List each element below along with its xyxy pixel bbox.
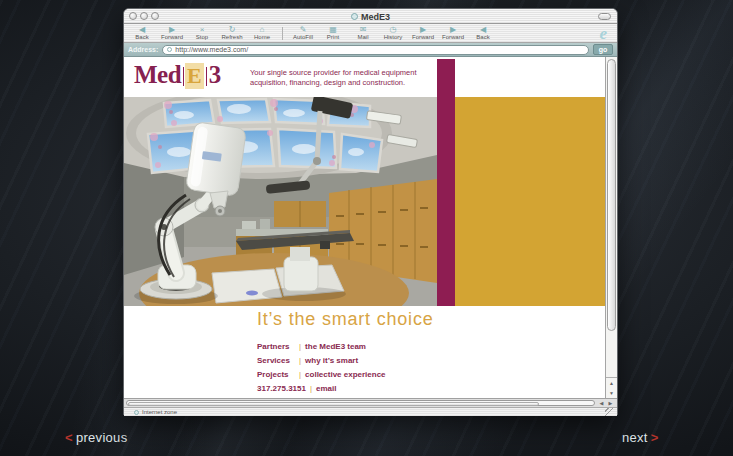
- toolbar-button-label: AutoFill: [293, 34, 313, 41]
- toolbar-home-button[interactable]: ⌂Home: [250, 24, 274, 42]
- toolbar-back-button[interactable]: ◀Back: [130, 24, 154, 42]
- scroll-right-icon[interactable]: ▶: [609, 400, 613, 406]
- mail-icon: ✉: [360, 26, 367, 34]
- forward-icon: ▶: [450, 26, 456, 34]
- browser-toolbar: ◀Back ▶Forward ×Stop ↻Refresh ⌂Home ✎Aut…: [124, 24, 617, 43]
- history-icon: ◷: [390, 26, 397, 34]
- go-button[interactable]: go: [593, 44, 613, 55]
- browser-window: MedE3 ◀Back ▶Forward ×Stop ↻Refresh ⌂Hom…: [123, 8, 618, 415]
- internet-explorer-logo-icon: e: [599, 25, 607, 42]
- refresh-icon: ↻: [229, 26, 236, 34]
- toolbar-forward3-button[interactable]: ▶Forward: [441, 24, 465, 42]
- contact-row: 317.275.3151 | email: [257, 384, 336, 393]
- horizontal-scrollbar-track[interactable]: [126, 400, 595, 406]
- toolbar-print-button[interactable]: ▦Print: [321, 24, 345, 42]
- forward-icon: ▶: [420, 26, 426, 34]
- toolbar-separator: [282, 27, 283, 40]
- tagline: Your single source provider for medical …: [250, 68, 416, 88]
- toolbar-forward-button[interactable]: ▶Forward: [160, 24, 184, 42]
- window-title-area: MedE3: [124, 9, 617, 24]
- address-url-text: http://www.mede3.com/: [175, 46, 248, 53]
- toolbar-button-label: History: [384, 34, 403, 41]
- previous-label: previous: [76, 430, 128, 445]
- print-icon: ▦: [329, 26, 337, 34]
- gold-accent-block: [455, 97, 605, 306]
- back-icon: ◀: [139, 26, 145, 34]
- forward-icon: ▶: [169, 26, 175, 34]
- divider: |: [299, 370, 301, 379]
- scroll-up-icon[interactable]: ▲: [606, 378, 617, 388]
- toolbar-button-label: Forward: [161, 34, 183, 41]
- nav-collective-experience-link[interactable]: collective experience: [305, 370, 386, 379]
- nav-row: Services|why it’s smart: [257, 356, 386, 365]
- toolbar-button-label: Back: [135, 34, 148, 41]
- divider: |: [310, 384, 312, 393]
- mede3-logo: Med E 3: [134, 61, 221, 89]
- tagline-line1: Your single source provider for medical …: [250, 68, 416, 78]
- next-arrow-icon: >: [651, 430, 659, 445]
- horizontal-scrollbar-arrows: ◀ ▶: [597, 400, 615, 406]
- nav-row: Projects|collective experience: [257, 370, 386, 379]
- horizontal-scrollbar[interactable]: ◀ ▶: [124, 398, 617, 407]
- logo-e-text: E: [185, 63, 204, 89]
- window-title: MedE3: [361, 12, 390, 22]
- nav-why-its-smart-link[interactable]: why it’s smart: [305, 356, 358, 365]
- page-icon: [351, 13, 358, 20]
- home-icon: ⌂: [260, 26, 265, 34]
- toolbar-stop-button[interactable]: ×Stop: [190, 24, 214, 42]
- toolbar-button-label: Home: [254, 34, 270, 41]
- scroll-down-icon[interactable]: ▼: [606, 388, 617, 398]
- back-icon: ◀: [480, 26, 486, 34]
- divider: |: [299, 356, 301, 365]
- maroon-accent-bar: [437, 59, 455, 306]
- toolbar-button-label: Print: [327, 34, 339, 41]
- nav-mede3-team-link[interactable]: the MedE3 team: [305, 342, 366, 351]
- vertical-scrollbar-arrows: ▲ ▼: [606, 377, 617, 398]
- vertical-scrollbar-thumb[interactable]: [607, 59, 616, 331]
- horizontal-scrollbar-thumb[interactable]: [128, 402, 539, 406]
- toolbar-button-label: Stop: [196, 34, 208, 41]
- headline: It’s the smart choice: [257, 309, 434, 330]
- address-input[interactable]: http://www.mede3.com/: [162, 45, 589, 55]
- vertical-scrollbar[interactable]: ▲ ▼: [605, 57, 617, 398]
- logo-divider: [183, 67, 184, 86]
- toolbar-forward2-button[interactable]: ▶Forward: [411, 24, 435, 42]
- phone-number: 317.275.3151: [257, 384, 306, 393]
- toolbar-button-label: Mail: [357, 34, 368, 41]
- toolbar-button-label: Refresh: [221, 34, 242, 41]
- treatment-room-photo: [124, 97, 437, 306]
- nav-projects-link[interactable]: Projects: [257, 370, 295, 379]
- nav-row: Partners|the MedE3 team: [257, 342, 386, 351]
- status-bar: Internet zone: [124, 407, 617, 416]
- toolbar-button-label: Forward: [412, 34, 434, 41]
- resize-grip[interactable]: [605, 408, 613, 416]
- window-collapse-button[interactable]: [598, 13, 611, 20]
- browser-address-bar: Address: http://www.mede3.com/ go: [124, 43, 617, 57]
- toolbar-mail-button[interactable]: ✉Mail: [351, 24, 375, 42]
- divider: |: [299, 342, 301, 351]
- next-label: next: [622, 430, 648, 445]
- toolbar-button-label: Forward: [442, 34, 464, 41]
- globe-icon: [134, 410, 139, 415]
- address-label: Address:: [128, 46, 158, 53]
- email-link[interactable]: email: [316, 384, 336, 393]
- mede3-homepage: Med E 3 Your single source provider for …: [124, 57, 605, 398]
- logo-divider: [206, 67, 207, 86]
- globe-icon: [167, 47, 172, 52]
- autofill-icon: ✎: [300, 26, 307, 34]
- previous-link[interactable]: <previous: [62, 430, 127, 445]
- nav-partners-link[interactable]: Partners: [257, 342, 295, 351]
- presentation-background: <previous next> MedE3 ◀Back ▶Forward ×St…: [0, 0, 733, 456]
- next-link[interactable]: next>: [622, 430, 662, 445]
- scroll-left-icon[interactable]: ◀: [600, 400, 604, 406]
- status-zone-text: Internet zone: [142, 409, 177, 415]
- toolbar-refresh-button[interactable]: ↻Refresh: [220, 24, 244, 42]
- logo-med-text: Med: [134, 61, 181, 89]
- toolbar-history-button[interactable]: ◷History: [381, 24, 405, 42]
- site-navigation: Partners|the MedE3 team Services|why it’…: [257, 342, 386, 384]
- toolbar-autofill-button[interactable]: ✎AutoFill: [291, 24, 315, 42]
- nav-services-link[interactable]: Services: [257, 356, 295, 365]
- toolbar-back2-button[interactable]: ◀Back: [471, 24, 495, 42]
- previous-arrow-icon: <: [65, 430, 73, 445]
- window-titlebar[interactable]: MedE3: [124, 9, 617, 24]
